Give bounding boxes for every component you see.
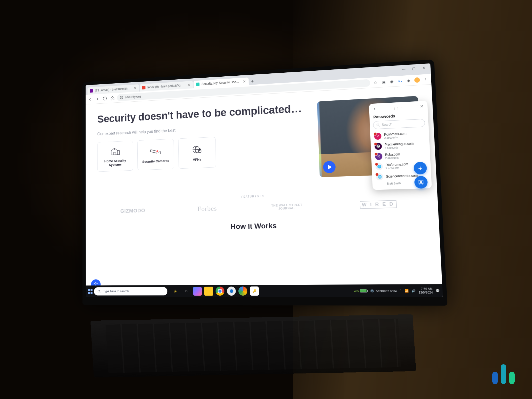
- how-it-works-heading: How It Works: [86, 218, 439, 234]
- card-security-cameras[interactable]: Security Cameras: [137, 139, 174, 170]
- alert-badge-icon: [375, 162, 378, 166]
- category-cards: Home Security Systems Security Cameras: [97, 132, 314, 172]
- taskbar-clock[interactable]: 7:59 AM 12/5/2024: [418, 287, 433, 294]
- start-button[interactable]: [88, 289, 92, 294]
- card-vpns[interactable]: VPNs: [178, 137, 216, 169]
- new-tab-button[interactable]: +: [249, 78, 256, 85]
- browser-menu-icon[interactable]: ⋮: [423, 77, 428, 82]
- battery-indicator[interactable]: 93%: [354, 289, 367, 292]
- window-minimize[interactable]: —: [400, 66, 407, 72]
- tab-close-icon[interactable]: ✕: [242, 79, 246, 83]
- search-icon: [376, 123, 380, 127]
- password-domain: Roku.com: [385, 152, 400, 156]
- tray-wifi-icon[interactable]: 📶: [405, 289, 409, 293]
- taskbar-explorer-icon[interactable]: [204, 286, 213, 295]
- notifications-icon[interactable]: 💬: [435, 289, 439, 292]
- card-home-security[interactable]: Home Security Systems: [97, 141, 133, 172]
- nav-reload-button[interactable]: [103, 96, 107, 101]
- globe-lock-icon: [191, 144, 203, 155]
- tray-chevron-icon[interactable]: ˄: [400, 289, 402, 293]
- svg-point-8: [98, 290, 100, 292]
- window-maximize[interactable]: ▢: [409, 65, 418, 71]
- camera-icon: [150, 146, 161, 156]
- battery-icon: [360, 289, 367, 292]
- extension-icons: ☆ ▣ ◉ 🗝 ◆ ⋮: [373, 76, 428, 85]
- alert-badge-icon: [375, 173, 379, 176]
- tab-favicon-icon: [196, 82, 199, 86]
- watermark-bars: [492, 364, 515, 384]
- svg-point-5: [377, 124, 379, 126]
- password-account-count: 2 accounts: [385, 156, 400, 159]
- window-controls: — ▢ ✕: [400, 64, 428, 72]
- logo-wsj: THE WALL STREET JOURNAL.: [271, 203, 302, 210]
- taskbar-app-icon-2[interactable]: [238, 286, 247, 296]
- site-settings-icon: [120, 95, 123, 99]
- taskbar-search-input[interactable]: Type here to search: [94, 287, 167, 295]
- logo-gizmodo: GIZMODO: [120, 207, 145, 214]
- svg-point-7: [95, 282, 96, 283]
- panel-close-button[interactable]: [419, 104, 424, 109]
- tab-title: Security.org: Security Doesn't H…: [201, 80, 241, 86]
- page-headline: Security doesn't have to be complicated…: [97, 102, 312, 125]
- tab-title: (73 unread) - brett18smith@ya…: [95, 87, 131, 92]
- svg-point-0: [121, 97, 122, 98]
- window-close[interactable]: ✕: [420, 64, 428, 71]
- nav-forward-button[interactable]: [95, 96, 99, 101]
- password-domain: Rtbforums.com: [385, 162, 408, 167]
- weather-widget[interactable]: ❄️ Afternoon snow: [370, 289, 397, 293]
- search-icon: [97, 289, 101, 293]
- extension-icon-3[interactable]: 🗝: [397, 78, 403, 83]
- system-tray: 93% ❄️ Afternoon snow ˄ 📶 🔊 7:59 AM 12/5…: [354, 287, 440, 294]
- extension-icon-2[interactable]: ◉: [389, 79, 394, 84]
- laptop: — ▢ ✕ (73 unread) - brett18smith@ya… ✕ I…: [73, 69, 432, 303]
- tray-sound-icon[interactable]: 🔊: [411, 289, 416, 293]
- taskbar-sparkle-icon[interactable]: ✨: [171, 287, 179, 296]
- profile-avatar-icon[interactable]: [414, 77, 420, 83]
- taskbar-chrome-icon[interactable]: [215, 286, 224, 295]
- taskbar-app-icon-3[interactable]: 🔑: [250, 286, 259, 296]
- video-gradient-edge: [317, 101, 322, 177]
- bookmark-star-icon[interactable]: ☆: [373, 80, 378, 85]
- extension-icon-1[interactable]: ▣: [381, 79, 386, 84]
- taskbar-app-icon-1[interactable]: 🔵: [227, 286, 236, 296]
- taskbar-taskview-icon[interactable]: ⧉: [182, 287, 190, 296]
- tab-close-icon[interactable]: ✕: [187, 83, 190, 87]
- taskbar-copilot-icon[interactable]: [193, 287, 202, 296]
- password-domain: Sciencerecorder.com: [386, 174, 418, 179]
- logo-wired: W I R E D: [359, 200, 397, 209]
- laptop-screen: — ▢ ✕ (73 unread) - brett18smith@ya… ✕ I…: [86, 63, 443, 297]
- extension-icon-4[interactable]: ◆: [406, 78, 411, 83]
- alert-badge-icon: [374, 142, 377, 146]
- alert-badge-icon: [374, 152, 378, 155]
- alert-badge-icon: [373, 132, 377, 135]
- snow-icon: ❄️: [370, 289, 374, 293]
- svg-point-6: [420, 181, 422, 183]
- panel-back-button[interactable]: [372, 106, 377, 112]
- play-button-icon[interactable]: [323, 161, 336, 173]
- url-text: security.org: [125, 94, 141, 99]
- tab-close-icon[interactable]: ✕: [133, 86, 137, 90]
- house-icon: [109, 146, 121, 156]
- nav-home-button[interactable]: [110, 95, 114, 100]
- nav-back-button[interactable]: [88, 97, 92, 102]
- password-domain: Poshmark.com: [384, 131, 407, 136]
- panel-drag-handle-icon[interactable]: ⋮⋮⋮: [393, 106, 403, 110]
- svg-point-2: [156, 150, 158, 152]
- laptop-keyboard: [90, 314, 416, 377]
- tab-favicon-icon: [142, 86, 145, 90]
- tab-title: Inbox (9) - brett.parkst@gmail…: [147, 83, 185, 89]
- logo-forbes: Forbes: [197, 205, 217, 213]
- tab-favicon-icon: [90, 89, 93, 92]
- windows-taskbar: Type here to search ✨ ⧉ 🔵 🔑 93%: [86, 284, 443, 297]
- page-content: Security doesn't have to be complicated……: [86, 84, 443, 297]
- password-manager-panel: ⋮⋮⋮ Passwords Search P Poshmark.com 2 ac…: [369, 101, 432, 190]
- laptop-bezel: — ▢ ✕ (73 unread) - brett18smith@ya… ✕ I…: [82, 59, 447, 306]
